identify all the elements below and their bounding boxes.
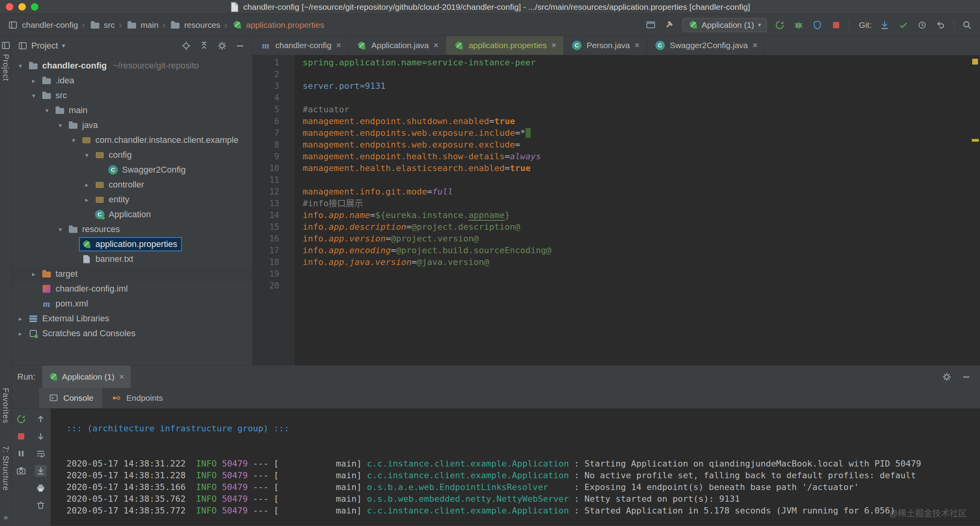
tool-strip-favorites[interactable]: Favorites [1, 388, 10, 423]
tree-item-com.chandler.instance.client.example[interactable]: ▾com.chandler.instance.client.example [12, 133, 252, 148]
breadcrumb-item-chandler-config[interactable]: chandler-config [7, 19, 78, 31]
tree-expand-icon[interactable]: ▾ [55, 122, 66, 129]
run-with-coverage-icon[interactable] [811, 19, 823, 31]
close-icon[interactable]: × [752, 40, 757, 50]
tree-expand-icon[interactable]: ▾ [41, 107, 52, 114]
breadcrumb: chandler-config›src›main›resources›appli… [7, 19, 324, 31]
breadcrumb-item-resources[interactable]: resources [169, 19, 220, 31]
run-view-tab-console[interactable]: Console [39, 388, 102, 408]
stop-icon[interactable] [830, 19, 842, 31]
tree-item-main[interactable]: ▾main [12, 103, 252, 118]
tree-item-java[interactable]: ▾java [12, 118, 252, 133]
hide-panel-icon[interactable] [234, 40, 246, 52]
tree-item-target[interactable]: ▸target [12, 267, 252, 281]
print-icon[interactable] [35, 482, 47, 494]
prev-stacktrace-icon[interactable] [35, 413, 47, 425]
search-everywhere-icon[interactable] [961, 19, 973, 31]
inspections-indicator[interactable] [972, 59, 978, 65]
close-icon[interactable]: × [336, 40, 341, 50]
tree-expand-icon[interactable]: ▾ [81, 151, 92, 159]
tree-expand-icon[interactable]: ▸ [81, 181, 92, 189]
editor[interactable]: 1234567891011121314151617181920 spring.a… [253, 55, 980, 365]
warning-stripe-mark[interactable] [972, 139, 979, 142]
tree-expand-icon[interactable]: ▸ [15, 330, 26, 337]
run-view-tab-endpoints[interactable]: Endpoints [102, 388, 171, 408]
project-tool-icon[interactable] [1, 41, 11, 50]
tree-expand-icon[interactable]: ▾ [28, 92, 39, 99]
tree-item-Scratches and Consoles[interactable]: ▸Scratches and Consoles [12, 326, 252, 341]
tree-item-External Libraries[interactable]: ▸External Libraries [12, 311, 252, 326]
tree-item-application.properties[interactable]: application.properties [12, 237, 252, 252]
tree-item-controller[interactable]: ▸controller [12, 177, 252, 192]
git-rollback-icon[interactable] [935, 19, 947, 31]
preview-icon[interactable] [645, 19, 657, 31]
tree-item-chandler-config.iml[interactable]: chandler-config.iml [12, 281, 252, 296]
folder-icon [41, 75, 52, 86]
editor-tab-Person.java[interactable]: CPerson.java× [564, 36, 647, 55]
tree-expand-icon[interactable]: ▸ [15, 315, 26, 322]
tree-item-banner.txt[interactable]: banner.txt [12, 252, 252, 267]
tree-item-config[interactable]: ▾config [12, 148, 252, 162]
dump-threads-icon[interactable] [15, 465, 27, 477]
breadcrumb-item-src[interactable]: src [89, 19, 115, 31]
clear-console-icon[interactable] [35, 499, 47, 511]
rerun-icon[interactable] [15, 413, 27, 425]
close-icon[interactable]: × [551, 40, 556, 50]
run-tab-application[interactable]: Application (1) × [42, 366, 130, 388]
editor-tab-Application.java[interactable]: Application.java× [348, 36, 446, 55]
editor-tab-application.properties[interactable]: application.properties× [446, 36, 564, 55]
close-icon[interactable]: × [119, 372, 124, 382]
tree-expand-icon[interactable]: ▸ [81, 196, 92, 204]
scroll-to-end-icon[interactable] [35, 465, 47, 477]
tree-item-src[interactable]: ▾src [12, 88, 252, 103]
console-output[interactable]: ::: (architecture infrastructure group) … [51, 409, 980, 526]
run-configuration-select[interactable]: Application (1) ▾ [682, 18, 767, 32]
soft-wrap-icon[interactable] [35, 448, 47, 459]
breadcrumb-item-main[interactable]: main [126, 19, 159, 31]
code-line-10: management.health.elasticsearch.enabled=… [303, 162, 980, 174]
next-stacktrace-icon[interactable] [35, 431, 47, 442]
tree-expand-icon[interactable]: ▾ [55, 226, 66, 233]
tree-item-.idea[interactable]: ▸.idea [12, 73, 252, 88]
collapse-all-icon[interactable] [198, 40, 210, 52]
pause-output-icon[interactable] [15, 448, 27, 459]
git-commit-icon[interactable] [897, 19, 909, 31]
tree-expand-icon[interactable]: ▸ [28, 77, 39, 85]
editor-tab-chandler-config[interactable]: mchandler-config× [253, 36, 348, 55]
tree-expand-icon[interactable]: ▾ [15, 62, 26, 70]
tree-item-pom.xml[interactable]: mpom.xml [12, 296, 252, 311]
tree-item-chandler-config[interactable]: ▾chandler-config~/resource/git-reposito [12, 58, 252, 73]
chevron-down-icon[interactable]: ▾ [62, 42, 65, 49]
tool-strip-project[interactable]: Project [1, 54, 10, 81]
close-icon[interactable]: × [635, 40, 640, 50]
run-application-icon[interactable] [774, 19, 786, 31]
spring-boot-icon [688, 20, 698, 30]
build-project-icon[interactable] [664, 19, 675, 31]
git-history-icon[interactable] [916, 19, 928, 31]
zoom-window-button[interactable] [31, 3, 38, 11]
git-update-icon[interactable] [879, 19, 890, 31]
tree-item-Application[interactable]: CApplication [12, 207, 252, 222]
breadcrumb-item-application.properties[interactable]: application.properties [231, 19, 324, 31]
minimize-window-button[interactable] [18, 3, 26, 11]
tree-item-Swagger2Config[interactable]: CSwagger2Config [12, 162, 252, 177]
run-settings-gear-icon[interactable] [941, 371, 953, 383]
close-window-button[interactable] [6, 3, 13, 11]
select-opened-file-icon[interactable] [180, 40, 192, 52]
editor-tab-Swagger2Config.java[interactable]: CSwagger2Config.java× [647, 36, 765, 55]
tree-item-content: resources [66, 222, 125, 236]
tree-item-entity[interactable]: ▸entity [12, 192, 252, 207]
stop-process-icon[interactable] [15, 431, 27, 442]
tree-expand-icon[interactable]: ▾ [68, 137, 79, 144]
close-icon[interactable]: × [434, 40, 439, 50]
editor-code[interactable]: spring.application.name=service-instance… [295, 55, 980, 365]
settings-gear-icon[interactable] [216, 40, 228, 52]
tree-item-resources[interactable]: ▾resources [12, 222, 252, 237]
tool-strip-structure[interactable]: 7: Structure [1, 446, 10, 491]
console-token [217, 459, 222, 468]
tree-expand-icon[interactable]: ▸ [28, 270, 39, 278]
more-tool-windows-icon[interactable]: » [4, 513, 8, 522]
debug-icon[interactable] [793, 19, 804, 31]
hide-run-panel-icon[interactable] [960, 371, 972, 383]
project-panel-title[interactable]: Project [31, 41, 58, 51]
